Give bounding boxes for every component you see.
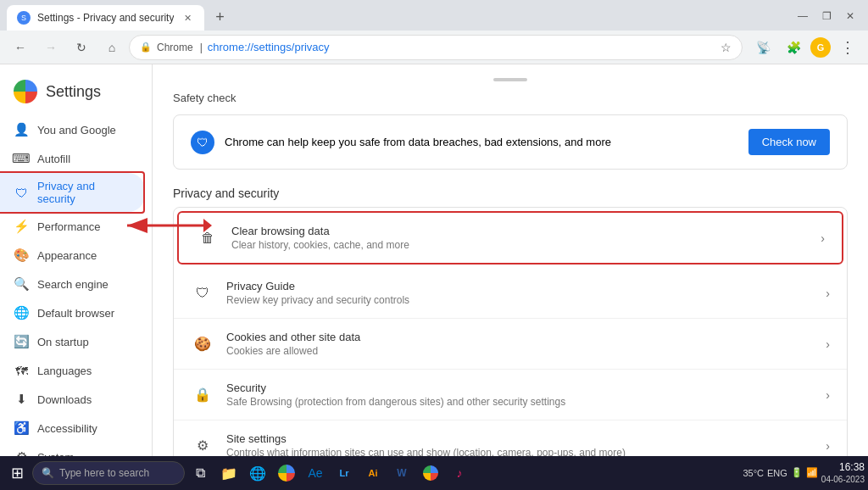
reload-button[interactable]: ↻ (68, 34, 95, 61)
sidebar-item-languages[interactable]: 🗺 Languages (0, 356, 145, 385)
safety-check-description: Chrome can help keep you safe from data … (225, 136, 611, 148)
sidebar-label-performance: Performance (37, 220, 100, 233)
clear-browsing-text: Clear browsing data Clear history, cooki… (231, 225, 821, 251)
task-view-button[interactable]: ⧉ (186, 459, 214, 487)
chevron-right-icon-5: › (826, 439, 830, 453)
address-text: chrome://settings/privacy (208, 41, 715, 53)
chrome-taskbar-icon[interactable] (273, 459, 300, 487)
active-tab[interactable]: S Settings - Privacy and security ✕ (7, 5, 204, 31)
minimize-button[interactable]: — (792, 5, 814, 27)
taskbar-search[interactable]: 🔍 Type here to search (32, 461, 185, 485)
sidebar-label-languages: Languages (37, 365, 92, 377)
sidebar-item-autofill[interactable]: ⌨ Autofill (0, 144, 145, 173)
security-title: Security (226, 381, 826, 394)
security-subtitle: Safe Browsing (protection from dangerous… (226, 396, 826, 408)
sidebar-item-on-startup[interactable]: 🔄 On startup (0, 327, 145, 356)
system-icon: ⚙ (14, 449, 29, 456)
browser-frame: S Settings - Privacy and security ✕ + — … (0, 0, 868, 490)
main-content: Safety check 🛡 Chrome can help keep you … (153, 64, 868, 456)
safety-check-card: 🛡 Chrome can help keep you safe from dat… (173, 114, 848, 170)
sidebar-item-privacy-security[interactable]: 🛡 Privacy and security (0, 173, 145, 212)
system-tray: 35°C ENG 🔋 📶 (743, 467, 817, 478)
close-button[interactable]: ✕ (839, 5, 861, 27)
back-button[interactable]: ← (7, 34, 34, 61)
startup-icon: 🔄 (14, 334, 29, 349)
sidebar-label-privacy-security: Privacy and security (37, 180, 131, 205)
autofill-icon: ⌨ (14, 151, 29, 166)
sidebar-label-accessibility: Accessibility (37, 422, 97, 435)
chrome2-icon[interactable] (417, 459, 444, 487)
browser-icon: 🌐 (14, 305, 29, 320)
safety-check-text: Chrome can help keep you safe from data … (225, 136, 611, 148)
lightroom-icon[interactable]: Lr (331, 459, 358, 487)
safety-check-left: 🛡 Chrome can help keep you safe from dat… (191, 131, 611, 154)
sidebar-item-downloads[interactable]: ⬇ Downloads (0, 385, 145, 414)
sidebar-label-on-startup: On startup (37, 336, 89, 348)
tab-bar-controls: — ❐ ✕ (792, 5, 861, 27)
taskbar-right: 35°C ENG 🔋 📶 16:38 04-06-2023 (743, 460, 865, 487)
sidebar-label-default-browser: Default browser (37, 307, 114, 320)
person-icon: 👤 (14, 122, 29, 137)
sidebar-item-search-engine[interactable]: 🔍 Search engine (0, 270, 145, 298)
sidebar-item-you-and-google[interactable]: 👤 You and Google (0, 115, 145, 144)
tab-title: Settings - Privacy and security (37, 12, 174, 24)
taskbar-search-label: Type here to search (59, 467, 149, 479)
cookies-item[interactable]: 🍪 Cookies and other site data Cookies ar… (174, 319, 847, 370)
forward-button[interactable]: → (37, 34, 64, 61)
file-explorer-icon[interactable]: 📁 (215, 459, 242, 487)
new-tab-button[interactable]: + (208, 5, 231, 29)
sidebar-item-appearance[interactable]: 🎨 Appearance (0, 241, 145, 270)
address-bar[interactable]: 🔒 Chrome | chrome://settings/privacy ☆ (129, 35, 743, 60)
sidebar-label-appearance: Appearance (37, 249, 97, 262)
svg-marker-1 (203, 219, 212, 232)
edge-icon[interactable]: 🌐 (244, 459, 271, 487)
cookies-title: Cookies and other site data (226, 331, 826, 343)
clock: 16:38 04-06-2023 (821, 460, 865, 487)
battery-icon: 🔋 (791, 467, 803, 478)
cast-button[interactable]: 📡 (749, 34, 776, 61)
sidebar-label-downloads: Downloads (37, 393, 92, 406)
cookies-subtitle: Cookies are allowed (226, 345, 826, 357)
security-item[interactable]: 🔒 Security Safe Browsing (protection fro… (174, 370, 847, 420)
accessibility-icon: ♿ (14, 420, 29, 436)
shield-icon: 🛡 (14, 185, 29, 200)
cookies-text: Cookies and other site data Cookies are … (226, 331, 826, 357)
sidebar-label-autofill: Autofill (37, 153, 70, 165)
privacy-security-card: 🗑 Clear browsing data Clear history, coo… (173, 207, 848, 456)
chevron-right-icon-4: › (826, 388, 830, 402)
more-button[interactable]: ⋮ (834, 34, 861, 61)
search-icon: 🔍 (14, 276, 29, 292)
download-icon: ⬇ (14, 392, 29, 407)
restore-button[interactable]: ❐ (815, 5, 837, 27)
clear-browsing-data-item[interactable]: 🗑 Clear browsing data Clear history, coo… (177, 211, 843, 264)
site-settings-title: Site settings (226, 432, 826, 445)
sidebar-item-system[interactable]: ⚙ System (0, 443, 145, 456)
profile-avatar[interactable]: G (810, 37, 831, 58)
site-settings-icon: ⚙ (191, 434, 214, 457)
privacy-guide-item[interactable]: 🛡 Privacy Guide Review key privacy and s… (174, 268, 847, 319)
extensions-button[interactable]: 🧩 (780, 34, 807, 61)
sidebar-item-default-browser[interactable]: 🌐 Default browser (0, 298, 145, 327)
vscode-icon[interactable]: Ae (302, 459, 329, 487)
nav-right-controls: 📡 🧩 G ⋮ (749, 34, 861, 61)
word-icon[interactable]: W (388, 459, 415, 487)
chrome-logo (14, 80, 37, 103)
settings-title: Settings (46, 83, 101, 101)
privacy-guide-icon: 🛡 (191, 281, 214, 305)
bookmark-icon[interactable]: ☆ (721, 41, 732, 54)
navigation-bar: ← → ↻ ⌂ 🔒 Chrome | chrome://settings/pri… (0, 31, 868, 64)
media-icon[interactable]: ♪ (446, 459, 473, 487)
home-button[interactable]: ⌂ (98, 34, 125, 61)
language-icon: 🗺 (14, 363, 29, 378)
privacy-security-title: Privacy and security (173, 187, 848, 200)
site-settings-subtitle: Controls what information sites can use … (226, 447, 826, 456)
windows-start-button[interactable]: ⊞ (3, 459, 31, 487)
wifi-icon: 📶 (806, 467, 818, 478)
sidebar-item-accessibility[interactable]: ♿ Accessibility (0, 414, 145, 443)
tab-close-button[interactable]: ✕ (181, 11, 194, 25)
privacy-guide-title: Privacy Guide (226, 280, 826, 292)
ai-icon[interactable]: Ai (359, 459, 387, 487)
chevron-right-icon-3: › (826, 337, 830, 351)
check-now-button[interactable]: Check now (748, 129, 830, 155)
site-settings-item[interactable]: ⚙ Site settings Controls what informatio… (174, 420, 847, 456)
